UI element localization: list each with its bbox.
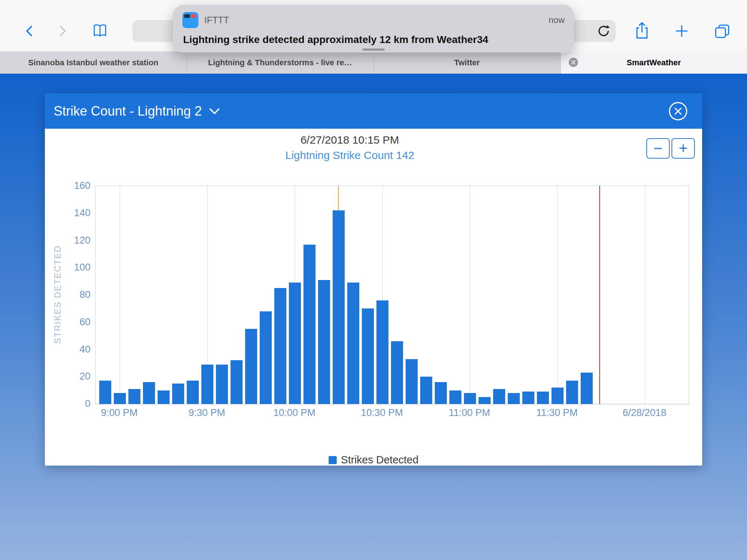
current-time-marker bbox=[599, 186, 600, 404]
tab-label: Sinanoba Istanbul weather station bbox=[28, 58, 158, 67]
tab-label: Lightning & Thunderstorms - live re… bbox=[208, 58, 352, 67]
strike-count-bar[interactable] bbox=[391, 341, 403, 404]
plus-icon bbox=[674, 23, 690, 39]
forward-button[interactable] bbox=[55, 24, 69, 38]
strike-count-bar[interactable] bbox=[201, 365, 213, 404]
strike-count-bar[interactable] bbox=[493, 389, 505, 404]
x-axis-tick-label: 9:30 PM bbox=[163, 407, 251, 419]
strike-count-bar[interactable] bbox=[128, 389, 140, 404]
tab-overview-button[interactable] bbox=[714, 23, 731, 39]
strike-count-bar[interactable] bbox=[435, 382, 447, 404]
chart-selector-dropdown[interactable]: Strike Count - Lightning 2 bbox=[54, 104, 220, 119]
x-axis-tick-label: 11:00 PM bbox=[426, 407, 513, 419]
strike-count-bar[interactable] bbox=[566, 381, 578, 404]
tab-twitter[interactable]: Twitter bbox=[374, 51, 561, 74]
strike-count-bar[interactable] bbox=[347, 283, 359, 404]
chart-selected-value: Lightning Strike Count 142 bbox=[45, 149, 655, 162]
tab-smartweather[interactable]: SmartWeather bbox=[561, 51, 747, 74]
y-axis-tick-label: 100 bbox=[56, 262, 90, 273]
close-icon bbox=[668, 101, 688, 121]
tab-lightning-thunderstorms[interactable]: Lightning & Thunderstorms - live re… bbox=[187, 51, 374, 74]
x-axis-tick-label: 9:00 PM bbox=[76, 407, 163, 419]
vertical-gridline bbox=[120, 186, 120, 404]
vertical-gridline bbox=[470, 186, 470, 404]
strike-count-bar[interactable] bbox=[143, 382, 155, 404]
strike-count-bar[interactable] bbox=[420, 377, 432, 404]
chevron-down-icon bbox=[209, 108, 220, 114]
tab-label: SmartWeather bbox=[627, 58, 681, 67]
x-axis-tick-label: 10:30 PM bbox=[338, 407, 426, 419]
strike-count-bar[interactable] bbox=[551, 388, 564, 404]
reload-icon bbox=[596, 24, 611, 38]
chart-panel-title: Strike Count - Lightning 2 bbox=[54, 104, 202, 119]
strike-count-bar[interactable] bbox=[376, 300, 388, 404]
chevron-left-icon bbox=[23, 24, 37, 38]
vertical-gridline bbox=[557, 186, 558, 404]
y-axis-tick-label: 60 bbox=[56, 316, 90, 327]
legend-swatch bbox=[329, 456, 337, 464]
strike-count-bar[interactable] bbox=[245, 329, 257, 404]
notification-message: Lightning strike detected approximately … bbox=[183, 34, 564, 46]
strike-count-bar[interactable] bbox=[99, 381, 111, 404]
y-axis-tick-label: 120 bbox=[56, 235, 90, 246]
tab-label: Twitter bbox=[454, 58, 480, 67]
smartweather-page: Strike Count - Lightning 2 6/27/2018 10:… bbox=[0, 74, 747, 560]
strike-count-bar[interactable] bbox=[318, 280, 330, 404]
chart-plot[interactable] bbox=[95, 186, 689, 404]
chart-legend: Strikes Detected bbox=[45, 454, 702, 466]
y-axis-tick-label: 160 bbox=[56, 180, 90, 191]
tab-sinanoba-weather-station[interactable]: Sinanoba Istanbul weather station bbox=[0, 51, 187, 74]
strike-count-bar[interactable] bbox=[333, 210, 345, 404]
strike-count-bar[interactable] bbox=[581, 373, 593, 404]
tab-close-icon[interactable] bbox=[568, 57, 579, 68]
y-axis-tick-label: 140 bbox=[56, 207, 90, 218]
notification-drag-handle[interactable] bbox=[362, 48, 385, 51]
notification-timestamp: now bbox=[549, 15, 565, 25]
notification-header: IFTTT now bbox=[182, 12, 565, 28]
y-axis-tick-label: 40 bbox=[56, 344, 90, 355]
share-button[interactable] bbox=[634, 21, 650, 40]
x-axis-tick-label: 6/28/2018 bbox=[601, 407, 688, 419]
chart-panel: Strike Count - Lightning 2 6/27/2018 10:… bbox=[45, 93, 702, 466]
strike-count-bar[interactable] bbox=[114, 393, 126, 404]
y-axis-tick-label: 20 bbox=[56, 371, 90, 382]
share-icon bbox=[634, 21, 650, 40]
ifttt-notification-banner[interactable]: IFTTT now Lightning strike detected appr… bbox=[173, 5, 574, 52]
zoom-in-button[interactable]: + bbox=[671, 138, 695, 159]
strike-count-bar[interactable] bbox=[479, 397, 491, 404]
strike-count-bar[interactable] bbox=[406, 359, 418, 404]
strike-count-bar[interactable] bbox=[172, 384, 184, 404]
strike-count-bar[interactable] bbox=[522, 392, 534, 404]
strike-count-bar[interactable] bbox=[449, 390, 461, 404]
safari-tab-bar: Sinanoba Istanbul weather station Lightn… bbox=[0, 51, 747, 74]
overlapping-squares-icon bbox=[714, 23, 731, 39]
new-tab-button[interactable] bbox=[674, 23, 690, 39]
strike-count-bar[interactable] bbox=[158, 390, 170, 404]
strike-count-bar[interactable] bbox=[464, 393, 476, 404]
vertical-gridline bbox=[645, 186, 645, 404]
strike-count-bar[interactable] bbox=[274, 288, 286, 404]
back-button[interactable] bbox=[23, 24, 37, 38]
panel-close-button[interactable] bbox=[668, 101, 688, 121]
strike-count-bar[interactable] bbox=[231, 360, 243, 404]
bookmarks-button[interactable] bbox=[92, 23, 108, 38]
strike-count-bar[interactable] bbox=[362, 308, 374, 404]
strike-count-bar[interactable] bbox=[508, 393, 520, 404]
zoom-controls: − + bbox=[646, 138, 695, 159]
y-axis-tick-label: 80 bbox=[56, 289, 90, 300]
chart-area: 6/27/2018 10:15 PM Lightning Strike Coun… bbox=[45, 129, 702, 466]
strike-count-bar[interactable] bbox=[537, 392, 549, 404]
reload-button[interactable] bbox=[596, 23, 611, 39]
strike-count-bar[interactable] bbox=[303, 245, 316, 404]
chevron-right-icon bbox=[55, 24, 69, 38]
zoom-out-button[interactable]: − bbox=[646, 138, 670, 159]
strike-count-bar[interactable] bbox=[289, 283, 301, 404]
strike-count-bar[interactable] bbox=[216, 365, 228, 404]
open-book-icon bbox=[92, 23, 108, 38]
strike-count-bar[interactable] bbox=[260, 311, 272, 404]
strike-count-bar[interactable] bbox=[187, 381, 199, 404]
ifttt-app-icon bbox=[182, 12, 198, 28]
legend-label: Strikes Detected bbox=[341, 454, 419, 466]
chart-panel-header: Strike Count - Lightning 2 bbox=[45, 93, 702, 129]
notification-app-name: IFTTT bbox=[204, 15, 543, 26]
